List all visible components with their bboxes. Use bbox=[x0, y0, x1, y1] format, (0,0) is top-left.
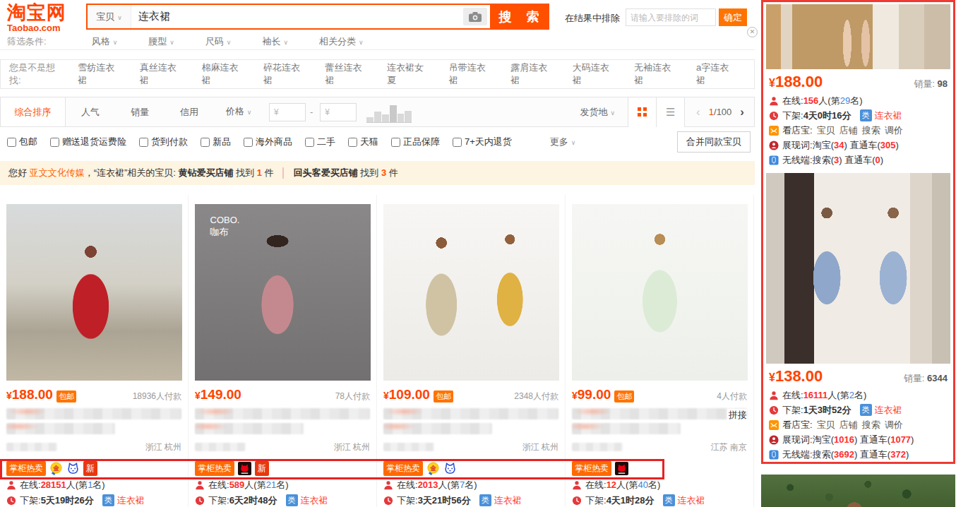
suggestion-link[interactable]: 真丝连衣裙 bbox=[140, 61, 184, 87]
filter-style[interactable]: 风格 bbox=[92, 35, 118, 48]
shop-name-link[interactable]: 亚文文化传媒 bbox=[30, 167, 85, 178]
tool-link-search[interactable]: 搜索 bbox=[862, 419, 880, 431]
checkbox[interactable] bbox=[139, 138, 148, 147]
view-toggle bbox=[628, 97, 685, 127]
product-image[interactable] bbox=[572, 204, 748, 381]
filter-return-insurance[interactable]: 赠送退货运费险 bbox=[50, 136, 126, 148]
checkbox[interactable] bbox=[244, 138, 253, 147]
suggestion-link[interactable]: 吊带连衣裙 bbox=[449, 61, 493, 87]
category-badge: 类 bbox=[479, 494, 491, 506]
clock-icon bbox=[572, 496, 582, 506]
category-link[interactable]: 连衣裙 bbox=[875, 404, 902, 417]
product-image[interactable] bbox=[6, 204, 182, 381]
person-icon bbox=[195, 480, 205, 490]
tool-link-item[interactable]: 宝贝 bbox=[817, 419, 835, 431]
filter-new-item[interactable]: 新品 bbox=[201, 136, 231, 148]
exclude-input[interactable] bbox=[626, 8, 716, 26]
category-link[interactable]: 连衣裙 bbox=[301, 494, 328, 507]
category-link[interactable]: 连衣裙 bbox=[875, 109, 902, 122]
tool-link-item[interactable]: 宝贝 bbox=[817, 124, 835, 137]
filter-tmall[interactable]: 天猫 bbox=[348, 136, 378, 148]
tool-link-shop[interactable]: 店铺 bbox=[839, 419, 858, 431]
filter-free-shipping[interactable]: 包邮 bbox=[7, 136, 37, 148]
filter-waist[interactable]: 腰型 bbox=[148, 35, 174, 48]
checkbox[interactable] bbox=[348, 138, 357, 147]
suggestion-link[interactable]: a字连衣裙 bbox=[696, 61, 736, 87]
chevron-down-icon bbox=[110, 36, 118, 47]
category-link[interactable]: 连衣裙 bbox=[117, 494, 145, 507]
search-input[interactable] bbox=[131, 5, 460, 28]
checkbox[interactable] bbox=[305, 138, 314, 147]
product-title-censored[interactable]: 拼接 bbox=[572, 408, 747, 436]
suggestion-link[interactable]: 露肩连衣裙 bbox=[510, 61, 554, 87]
filter-secondhand[interactable]: 二手 bbox=[305, 136, 335, 148]
product-image[interactable] bbox=[766, 173, 950, 364]
filter-sleeve[interactable]: 袖长 bbox=[262, 35, 288, 48]
grid-view-button[interactable] bbox=[628, 97, 657, 127]
suggestion-link[interactable]: 棉麻连衣裙 bbox=[201, 61, 245, 87]
suggestion-link[interactable]: 连衣裙女夏 bbox=[387, 61, 431, 87]
checkbox[interactable] bbox=[391, 138, 400, 147]
product-image[interactable] bbox=[383, 204, 559, 381]
price-min-input[interactable] bbox=[269, 103, 306, 121]
filter-authentic[interactable]: 正品保障 bbox=[391, 136, 440, 148]
search-button[interactable]: 搜 索 bbox=[490, 5, 548, 28]
suggestion-link[interactable]: 无袖连衣裙 bbox=[634, 61, 678, 87]
more-filters-dropdown[interactable]: 更多 bbox=[550, 136, 576, 148]
checkbox[interactable] bbox=[50, 138, 59, 147]
sort-tab-sales[interactable]: 销量 bbox=[115, 97, 165, 126]
checkbox[interactable] bbox=[201, 138, 210, 147]
next-product-image[interactable] bbox=[761, 475, 955, 507]
filter-related-category[interactable]: 相关分类 bbox=[319, 35, 364, 48]
shipping-location-dropdown[interactable]: 发货地 bbox=[580, 106, 616, 119]
price-range-dash bbox=[306, 107, 314, 117]
mobile-icon bbox=[769, 155, 779, 165]
buyer-group-1: 黄钻爱买店铺 bbox=[179, 167, 234, 178]
suggestion-link[interactable]: 碎花连衣裙 bbox=[263, 61, 307, 87]
tool-link-search[interactable]: 搜索 bbox=[862, 124, 880, 137]
tool-link-price[interactable]: 调价 bbox=[885, 124, 903, 137]
filter-cod[interactable]: 货到付款 bbox=[139, 136, 188, 148]
product-image[interactable] bbox=[766, 4, 950, 69]
prev-page-icon[interactable] bbox=[696, 105, 700, 119]
merge-same-items-button[interactable]: 合并同款宝贝 bbox=[677, 131, 751, 153]
category-link[interactable]: 连衣裙 bbox=[678, 494, 705, 507]
product-card: ¥ 99.00 包邮 4人付款 拼接 江苏 南京 掌柜热卖 在线:12 bbox=[566, 195, 754, 507]
sort-tab-default[interactable]: 综合排序 bbox=[1, 97, 66, 126]
filter-overseas[interactable]: 海外商品 bbox=[244, 136, 292, 148]
pay-count: 2348人付款 bbox=[514, 390, 558, 402]
suggestion-link[interactable]: 雪纺连衣裙 bbox=[78, 61, 121, 87]
price-histogram[interactable] bbox=[366, 102, 412, 123]
taobao-logo[interactable]: 淘宝网 Taobao.com bbox=[7, 3, 83, 33]
product-title-censored[interactable] bbox=[195, 408, 370, 436]
category-badge: 类 bbox=[102, 494, 114, 506]
category-link[interactable]: 连衣裙 bbox=[494, 494, 522, 507]
search-category-dropdown[interactable]: 宝贝 bbox=[88, 5, 131, 28]
suggestion-link[interactable]: 蕾丝连衣裙 bbox=[325, 61, 369, 87]
image-search-button[interactable] bbox=[463, 8, 487, 25]
sort-tab-credit[interactable]: 信用 bbox=[165, 97, 214, 126]
product-title-censored[interactable] bbox=[6, 408, 181, 436]
filter-size[interactable]: 尺码 bbox=[205, 35, 232, 48]
sort-tab-price[interactable]: 价格 bbox=[214, 97, 263, 127]
filter-7day-return[interactable]: 7+天内退货 bbox=[453, 136, 512, 148]
tool-link-shop[interactable]: 店铺 bbox=[839, 124, 858, 137]
notice-greeting: 您好 bbox=[8, 167, 30, 178]
currency-symbol: ¥ bbox=[6, 390, 12, 401]
badge-row: 掌柜热卖 金 bbox=[383, 460, 558, 476]
list-view-button[interactable] bbox=[657, 97, 685, 127]
product-image[interactable]: COBO. 咖布 bbox=[195, 204, 371, 381]
price-max-input[interactable] bbox=[320, 103, 357, 121]
clock-icon bbox=[769, 111, 779, 121]
person-icon bbox=[769, 96, 779, 106]
next-page-icon[interactable] bbox=[740, 105, 744, 119]
checkbox[interactable] bbox=[7, 138, 16, 147]
clock-icon bbox=[383, 496, 393, 506]
impression-icon bbox=[769, 141, 779, 150]
product-title-censored[interactable] bbox=[383, 408, 558, 436]
sort-tab-popularity[interactable]: 人气 bbox=[66, 97, 115, 126]
suggestion-link[interactable]: 大码连衣裙 bbox=[573, 61, 616, 87]
checkbox[interactable] bbox=[453, 138, 462, 147]
exclude-confirm-button[interactable]: 确定 bbox=[719, 8, 747, 26]
tool-link-price[interactable]: 调价 bbox=[885, 419, 903, 431]
